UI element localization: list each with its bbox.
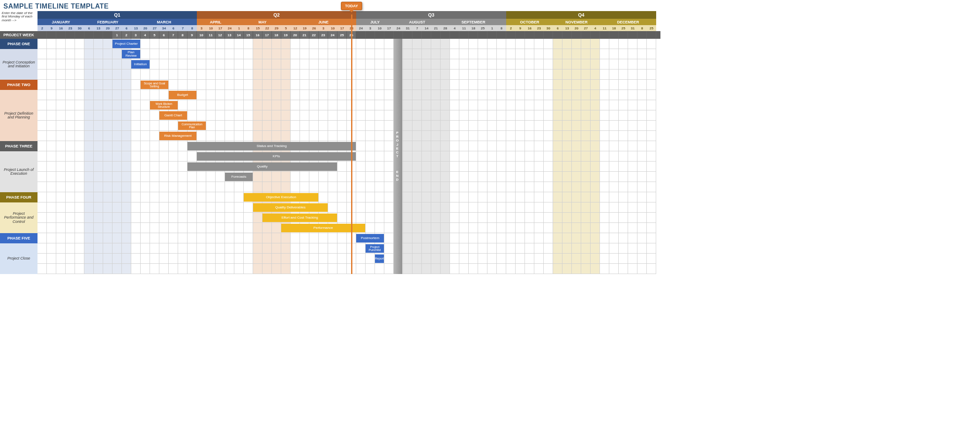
task-bar[interactable]: Quality Deliverables: [253, 203, 328, 212]
task-bar[interactable]: KPIs: [197, 152, 356, 161]
grid-cell: [300, 100, 309, 110]
grid-cell: [262, 223, 272, 233]
grid-cell: [469, 80, 478, 90]
grid-cell: [375, 80, 384, 90]
task-bar[interactable]: Project Charter: [112, 40, 140, 48]
grid-cell: [187, 223, 197, 233]
grid-cell: [412, 223, 422, 233]
grid-cell: [169, 141, 178, 151]
task-bar[interactable]: Report: [375, 254, 384, 263]
grid-cell: [581, 110, 591, 121]
grid-cell: [103, 223, 112, 233]
grid-cell: [366, 69, 375, 80]
grid-cell: [56, 162, 66, 172]
grid-cell: [412, 100, 422, 110]
grid-cell: [516, 213, 525, 223]
grid-cell: [206, 233, 216, 243]
grid-cell: [412, 110, 422, 121]
task-bar[interactable]: Project Punchlist: [366, 244, 384, 253]
grid-cell: [478, 49, 487, 59]
grid-cell: [478, 90, 487, 100]
grid-cell: [544, 121, 553, 131]
week-date: 27: [150, 25, 159, 31]
grid-cell: [628, 182, 637, 192]
grid-cell: [159, 202, 169, 213]
grid-cell: [647, 121, 656, 131]
grid-cell: [487, 131, 497, 141]
grid-cell: [366, 192, 375, 202]
grid-cell: [319, 254, 328, 264]
grid-cell: [122, 100, 131, 110]
grid-cell: [141, 151, 150, 162]
task-bar[interactable]: Risk Management: [159, 132, 196, 140]
grid-cell: [487, 172, 497, 182]
task-bar[interactable]: Scope and Goal Setting: [141, 81, 168, 89]
grid-cell: [450, 254, 459, 264]
grid-cell: [534, 69, 544, 80]
task-bar[interactable]: Gantt Chart: [159, 111, 187, 120]
grid-cell: [47, 182, 56, 192]
grid-cell: [84, 192, 94, 202]
grid-cell: [562, 131, 572, 141]
grid-cell: [459, 243, 469, 254]
grid-cell: [112, 69, 122, 80]
grid-cell: [103, 80, 112, 90]
grid-cell: [431, 233, 441, 243]
grid-cell: [112, 213, 122, 223]
grid-cell: [469, 131, 478, 141]
task-bar[interactable]: Postmortem: [356, 234, 384, 242]
grid-cell: [291, 182, 300, 192]
grid-cell: [572, 141, 581, 151]
grid-cell: [141, 182, 150, 192]
grid-cell: [628, 69, 637, 80]
grid-cell: [591, 39, 600, 49]
grid-cell: [525, 243, 534, 254]
grid-cell: [478, 69, 487, 80]
task-bar[interactable]: Quality: [187, 162, 337, 171]
grid-cell: [337, 69, 347, 80]
grid-cell: [66, 172, 75, 182]
grid-cell: [609, 192, 619, 202]
grid-cell: [216, 172, 225, 182]
grid-cell: [544, 141, 553, 151]
grid-cell: [253, 100, 262, 110]
task-bar[interactable]: Plan Review: [122, 50, 140, 58]
grid-cell: [375, 100, 384, 110]
week-date: 24: [394, 25, 403, 31]
week-date: 18: [469, 25, 478, 31]
grid-cell: [516, 69, 525, 80]
project-week-cell: [478, 31, 487, 39]
grid-cell: [244, 80, 253, 90]
task-bar[interactable]: Objective Execution: [244, 193, 318, 202]
task-bar[interactable]: Forecasts: [225, 173, 253, 181]
project-week-cell: 20: [291, 31, 300, 39]
grid-cell: [328, 254, 337, 264]
task-bar[interactable]: Work Bkdwn Structure: [150, 101, 178, 110]
grid-cell: [319, 80, 328, 90]
grid-cell: [187, 233, 197, 243]
week-date: 3: [197, 25, 206, 31]
grid-cell: [478, 192, 487, 202]
grid-cell: [609, 131, 619, 141]
grid-cell: [497, 131, 506, 141]
week-date: 17: [337, 25, 347, 31]
task-bar[interactable]: Initiation: [131, 60, 150, 69]
task-bar[interactable]: Status and Tracking: [187, 142, 356, 150]
project-week-cell: 9: [187, 31, 197, 39]
grid-cell: [178, 162, 187, 172]
grid-cell: [225, 233, 234, 243]
grid-cell: [422, 182, 431, 192]
task-bar[interactable]: Communication Plan: [178, 121, 206, 130]
grid-cell: [103, 131, 112, 141]
grid-cell: [178, 141, 187, 151]
grid-cell: [525, 110, 534, 121]
grid-cell: [375, 69, 384, 80]
grid-cell: [131, 264, 141, 274]
task-bar[interactable]: Performance: [281, 224, 365, 232]
grid-cell: [403, 80, 412, 90]
grid-cell: [497, 162, 506, 172]
task-bar[interactable]: Budget: [169, 91, 196, 99]
grid-cell: [56, 202, 66, 213]
grid-cell: [384, 49, 394, 59]
task-bar[interactable]: Effort and Cost Tracking: [262, 214, 337, 222]
